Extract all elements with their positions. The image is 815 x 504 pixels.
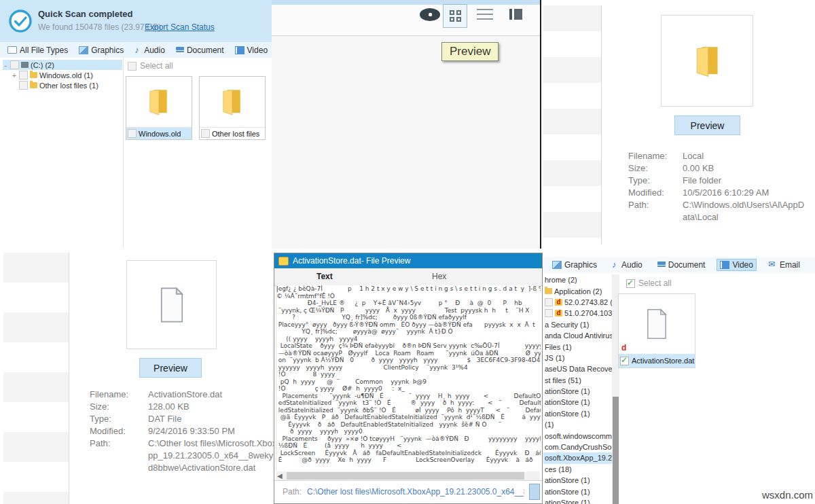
filetype-tab-label: Audio [144,46,165,55]
folder-tree-item[interactable]: JS (1) [543,353,619,363]
folder-tile-art [200,77,265,127]
folder-tree-item[interactable]: ationStore (1) [543,475,619,486]
tab-hex[interactable]: Hex [432,272,446,281]
folder-tree-item[interactable]: ationStore (1) [543,497,619,504]
select-all-checkbox[interactable] [626,279,635,288]
view-toolbar [272,5,540,36]
folder-tree-item[interactable]: a Security (1) [543,319,619,330]
path-label: Path: [283,487,302,497]
tree-item[interactable]: + Windows.old (1) [12,70,122,80]
filetype-tab[interactable]: Email [765,259,803,271]
tile-checkbox[interactable] [620,357,629,365]
watermark: wsxdn.com [762,489,813,501]
tree-item[interactable]: - (C:) (2) [3,60,122,70]
detail-label: Type: [90,413,148,425]
preview-text-line: (( yyyy yyyyh yyyy4 [276,336,541,343]
select-all-label: Select all [140,61,173,71]
filetype-icon [235,46,244,54]
folder-tree-item[interactable]: anda Cloud Antivirus [543,330,619,341]
app-window-icon [278,257,289,266]
scroll-left-arrow[interactable]: ◀ [277,471,283,480]
tree-checkbox[interactable] [545,298,553,306]
preview-text-line: on ¨yyynk b Á½ÝĐÑ 0 ð yyyy yyyyh yyyy $ … [276,357,541,364]
filetype-tab[interactable]: Video [717,259,756,271]
folder-tree-item[interactable]: com.CandyCrushSod [543,442,619,452]
file-tile-label-row[interactable]: ActivationStore.dat [619,354,695,367]
window-title-bar[interactable]: ActivationStore.dat- File Preview [274,253,542,268]
filetype-tab[interactable]: Other [812,259,815,271]
folder-tree-item[interactable]: osoft.windowscommu [543,430,619,441]
folder-tree-item[interactable]: (1) [543,419,619,430]
folder-tile-label-row[interactable]: Windows.old [126,127,192,139]
folder-tree-item[interactable]: Files (1) [543,341,619,352]
scrollbar-thumb[interactable] [613,397,619,504]
folder-tile-label-row[interactable]: Other lost files [200,127,265,139]
preview-eye-icon[interactable] [420,8,440,21]
filetype-tab[interactable]: All File Types [4,44,71,56]
expander-icon[interactable]: - [3,61,8,69]
folder-tree-item[interactable]: ationStore (1) [543,397,619,408]
detail-row: Type: File folder [628,175,810,187]
tree-checkbox[interactable] [545,309,553,317]
tree-checkbox[interactable] [10,60,19,69]
tile-checkbox[interactable] [201,129,210,138]
folder-tree-item[interactable]: osoft.XboxApp_19.21. [543,452,619,463]
filetype-tab[interactable]: Document [173,44,228,56]
folder-tree-item[interactable]: st files (51) [543,375,619,386]
preview-button[interactable]: Preview [674,115,740,135]
horizontal-scrollbar[interactable]: ◀ [276,471,540,480]
tab-text[interactable]: Text [316,272,333,281]
folder-tile[interactable]: Windows.old [126,76,192,140]
preview-text-line: !Ò ç yyyy Ø# h yyyy0 : x_ [276,385,541,393]
preview-text-line: Đ4-_HvLE ® ¿ p Y+É âV¯N4›5yv p ° Đ à @ 0… [276,300,541,307]
filetype-tab[interactable]: Graphics [549,259,600,271]
filetype-tab[interactable]: Audio [131,44,168,56]
tree-checkbox[interactable] [19,71,28,79]
tree-checkbox[interactable] [19,81,28,90]
folder-icon [21,62,29,68]
preview-text-line: Placeyyy° øyyy ðyyy ß-Ý®ÝĐÑ omm ÉO ðyyy … [276,321,541,329]
folder-tree-item[interactable]: Application (2) [543,285,619,296]
preview-text-line: Placements ðyyy »×ø !Ò tcøyyyH ¨yyynk —ò… [276,435,541,443]
preview-text-line: © ¼Ā¯rmtmf°fÊ !Ò [276,293,541,300]
folder-tree-item[interactable]: 51.0.2704.103 (1 [543,308,619,319]
grid-view-button[interactable] [443,4,467,28]
expander-icon[interactable]: + [12,71,17,79]
folder-tree-item[interactable]: ces (18) [543,464,619,475]
list-view-icon[interactable] [477,9,493,21]
detail-row: Path: C:\Other lost files\Microsoft.Xbox… [90,437,287,474]
tree-item-label: a Security (1) [545,321,589,329]
folder-tree-item[interactable]: 52.0.2743.82 (1) [543,297,619,308]
folder-tile[interactable]: Other lost files [199,76,266,140]
filetype-tab[interactable]: Graphics [75,44,127,56]
detail-pane-icon[interactable] [509,9,526,20]
tree-item[interactable]: Other lost files (1) [12,80,122,90]
filetype-tab[interactable]: Video [232,44,271,56]
filetype-tab[interactable]: Audio [609,259,646,271]
folder-tree-item[interactable]: aseUS Data Recovery ' [543,363,619,374]
filetype-tab[interactable]: Document [654,259,709,271]
file-info-panel: Preview Filename: ActivationStore.dat Si… [0,253,272,504]
folder-tree-item[interactable]: ationStore (1) [543,386,619,397]
path-value: C:\Other lost files\Microsoft.XboxApp_19… [307,487,524,497]
folder-tree-item[interactable]: hrome (2) [543,274,619,285]
file-tile[interactable]: d ActivationStore.dat [618,293,695,368]
export-scan-status-link[interactable]: Export Scan Status [145,22,215,32]
scrollbar-thumb[interactable] [287,472,524,480]
filetype-icon [552,261,562,269]
select-all-checkbox[interactable] [128,62,137,71]
tile-checkbox[interactable] [128,129,137,138]
preview-text-line: LockScreen Éyyyvk Â áð faDefaultEnabledS… [276,450,541,457]
path-bar-button[interactable] [529,484,540,500]
file-preview-window: ActivationStore.dat- File Preview Text H… [274,253,543,504]
detail-row: Path: C:\Windows.old\Users\Al\AppData\Lo… [628,199,810,223]
tree-item-label: ationStore (1) [545,476,590,484]
folder-tree-item[interactable]: ationStore (1) [543,486,619,497]
folder-tree-item[interactable]: ationStore (1) [543,408,619,419]
filetype-icon [176,47,184,54]
preview-text-line: LocalState ðyyy ç¾ ÞĐÑ efaèyyybi ð®n ÞĐÑ… [276,342,541,350]
filetype-tab-label: Audio [621,260,642,270]
preview-button[interactable]: Preview [139,358,202,378]
tree-item-label: JS (1) [545,354,564,362]
screenshot-collage: Quick Scan completed We found 150478 fil… [0,0,815,504]
